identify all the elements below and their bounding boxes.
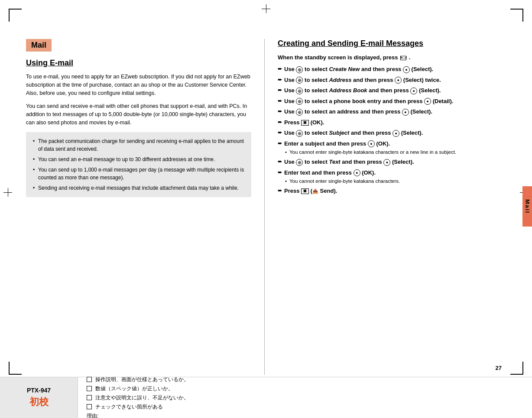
sub-bullet-8: You cannot enter single-byte katakana ch… [284,149,506,156]
bottom-checklist: 操作説明、画面が仕様とあっているか。 数値（スペック値）が正しいか。 注意文や説… [78,377,532,418]
step-5: ➨ Use ⊕ to select an address and then pr… [278,107,506,116]
code-id: PTX-947 [27,387,51,394]
checkbox-4[interactable] [87,404,92,409]
step-9-content: Use ⊕ to select Text and then press ● (S… [284,158,506,166]
step-10: ➨ Enter text and then press ● (OK). You … [278,168,506,185]
check-label-reason: 理由: [87,412,98,418]
nav-icon-9: ⊕ [296,159,303,166]
circle-btn-7: ● [393,130,399,137]
circle-btn-2: ● [395,77,402,84]
mail-header-text: Mail [31,41,46,49]
using-email-title: Using E-mail [26,58,251,68]
arrow-4: ➨ [278,97,282,104]
circle-btn-8: ● [368,140,375,147]
step-6-content: Press ▣ (OK). [284,118,506,127]
mail-section-header: Mail [26,39,52,52]
intro-line: When the standby screen is displayed, pr… [278,54,506,61]
envelope-icon [400,56,406,60]
step-4-content: Use ⊕ to select a phone book entry and t… [284,97,506,106]
step-8-content: Enter a subject and then press ● (OK). Y… [284,139,506,156]
column-divider [264,39,265,375]
step-1: ➨ Use ⊕ to select Create New and then pr… [278,65,506,74]
check-label-1: 操作説明、画面が仕様とあっているか。 [95,376,189,383]
step-7-content: Use ⊕ to select Subject and then press ●… [284,129,506,137]
check-item-reason: 理由: [87,412,523,418]
body-paragraph-2: You can send and receive e-mail with oth… [26,102,251,126]
circle-btn-1: ● [403,66,410,73]
step-9: ➨ Use ⊕ to select Text and then press ● … [278,158,506,166]
arrow-9: ➨ [278,158,282,165]
arrow-10: ➨ [278,169,282,175]
step-3: ➨ Use ⊕ to select Address Book and then … [278,86,506,95]
step-5-content: Use ⊕ to select an address and then pres… [284,107,506,116]
nav-icon-3: ⊕ [296,87,303,94]
bullet-box: The packet communication charge for send… [26,132,251,197]
circle-btn-10: ● [354,169,360,176]
step-7: ➨ Use ⊕ to select Subject and then press… [278,129,506,137]
checkbox-2[interactable] [87,386,92,391]
arrow-8: ➨ [278,140,282,146]
step-2-content: Use ⊕ to select Address and then press ●… [284,76,506,84]
arrow-3: ➨ [278,87,282,93]
arrow-5: ➨ [278,108,282,114]
check-label-4: チェックできない箇所がある [95,403,163,411]
circle-btn-9: ● [383,159,390,166]
check-item-3: 注意文や説明文に誤り、不足がないか。 [87,394,523,402]
nav-icon-4: ⊕ [296,98,303,105]
step-6: ➨ Press ▣ (OK). [278,118,506,127]
nav-icon-2: ⊕ [296,77,303,84]
step-4: ➨ Use ⊕ to select a phone book entry and… [278,97,506,106]
crop-mark-tr [510,9,523,22]
check-item-1: 操作説明、画面が仕様とあっているか。 [87,376,523,383]
arrow-1: ➨ [278,65,282,72]
check-item-2: 数値（スペック値）が正しいか。 [87,385,523,392]
crop-mark-bl [9,362,22,375]
crop-mark-tl [9,9,22,22]
arrow-6: ➨ [278,119,282,125]
check-label-2: 数値（スペック値）が正しいか。 [95,385,173,392]
step-3-content: Use ⊕ to select Address Book and then pr… [284,86,506,95]
bullet-item-1: The packet communication charge for send… [33,137,244,153]
main-title: Creating and Sending E-mail Messages [278,39,506,48]
square-btn-6: ▣ [301,120,309,126]
crosshair-left [3,188,12,197]
crop-mark-br [510,362,523,375]
crosshair-top [262,4,270,13]
checkbox-1[interactable] [87,377,92,382]
sub-bullet-10: You cannot enter single-byte katakana ch… [284,178,506,185]
circle-btn-4: ● [424,98,431,105]
code-kanji: 初校 [29,395,49,408]
arrow-11: ➨ [278,187,282,194]
bullet-item-4: Sending and receiving e-mail messages th… [33,184,244,192]
nav-icon-7: ⊕ [296,130,303,137]
step-11: ➨ Press ▣ (📤 Send). [278,187,506,195]
arrow-2: ➨ [278,76,282,83]
bullet-item-3: You can send up to 1,000 e-mail messages… [33,166,244,181]
nav-icon-1: ⊕ [296,66,303,73]
check-item-4: チェックできない箇所がある [87,403,523,411]
step-11-content: Press ▣ (📤 Send). [284,187,506,195]
nav-icon-5: ⊕ [296,109,303,116]
checkbox-3[interactable] [87,395,92,400]
square-btn-11: ▣ [301,188,309,194]
right-column: Creating and Sending E-mail Messages Whe… [278,39,506,375]
check-label-3: 注意文や説明文に誤り、不足がないか。 [95,394,189,402]
step-2: ➨ Use ⊕ to select Address and then press… [278,76,506,84]
arrow-7: ➨ [278,129,282,136]
page-content: Mail Using E-mail To use e-mail, you nee… [26,39,506,375]
step-1-content: Use ⊕ to select Create New and then pres… [284,65,506,74]
left-column: Mail Using E-mail To use e-mail, you nee… [26,39,251,375]
mail-side-tab: Mail [522,186,532,227]
intro-period: . [409,54,411,61]
circle-btn-3: ● [410,87,417,94]
body-paragraph-1: To use e-mail, you need to apply for an … [26,73,251,97]
intro-text: When the standby screen is displayed, pr… [278,54,399,61]
step-10-content: Enter text and then press ● (OK). You ca… [284,168,506,185]
step-8: ➨ Enter a subject and then press ● (OK).… [278,139,506,156]
page-number: 27 [496,365,502,371]
bottom-bar: PTX-947 初校 操作説明、画面が仕様とあっているか。 数値（スペック値）が… [0,377,532,418]
bullet-item-2: You can send an e-mail message to up to … [33,156,244,163]
circle-btn-5: ● [402,109,409,116]
bottom-code-section: PTX-947 初校 [0,377,78,418]
send-icon: 📤 [312,189,318,194]
